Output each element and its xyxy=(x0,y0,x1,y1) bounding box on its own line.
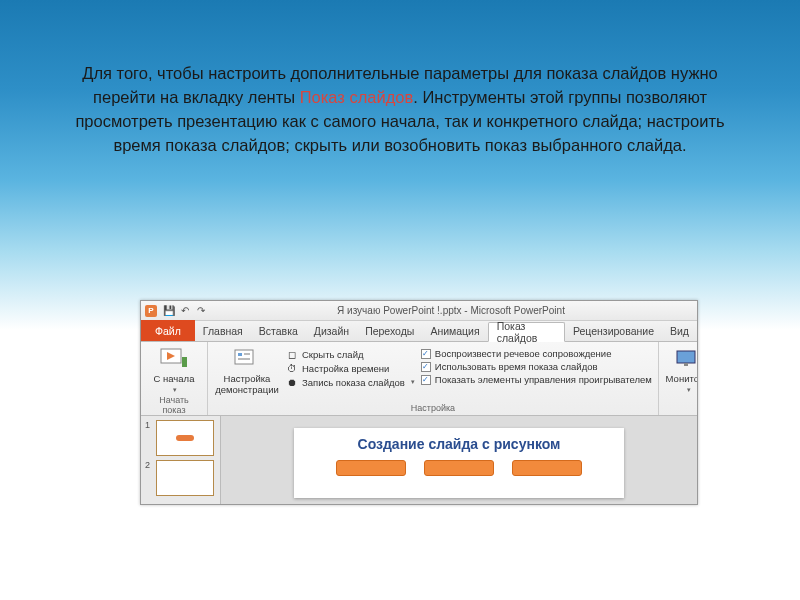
chevron-down-icon: ▾ xyxy=(411,378,415,386)
slide-thumbnail[interactable] xyxy=(156,420,214,456)
setup-small-buttons: ◻ Скрыть слайд ⏱ Настройка времени ⏺ Зап… xyxy=(286,345,415,388)
slide-thumbnail[interactable] xyxy=(156,460,214,496)
setup-checkboxes: ✓ Воспроизвести речевое сопровождение ✓ … xyxy=(421,345,652,385)
tab-transitions[interactable]: Переходы xyxy=(357,321,422,341)
powerpoint-screenshot: P 💾 ↶ ↷ Я изучаю PowerPoint !.pptx - Mic… xyxy=(140,300,698,505)
svg-rect-2 xyxy=(182,357,187,367)
powerpoint-icon: P xyxy=(145,305,157,317)
slide-preview-boxes xyxy=(336,460,582,476)
window-title: Я изучаю PowerPoint !.pptx - Microsoft P… xyxy=(209,305,693,316)
from-beginning-button[interactable]: С начала ▾ xyxy=(147,345,201,394)
chevron-down-icon: ▾ xyxy=(173,386,177,394)
chevron-down-icon: ▾ xyxy=(687,386,691,394)
hide-slide-icon: ◻ xyxy=(286,348,298,360)
svg-rect-4 xyxy=(238,353,242,356)
tab-file[interactable]: Файл xyxy=(141,320,195,341)
slide-thumbnails-panel: 1 2 xyxy=(141,416,221,505)
group-setup: Настройка демонстрации ◻ Скрыть слайд ⏱ … xyxy=(208,342,659,415)
play-narrations-checkbox[interactable]: ✓ Воспроизвести речевое сопровождение xyxy=(421,348,652,359)
monitor-icon xyxy=(674,347,698,371)
checkbox-icon: ✓ xyxy=(421,349,431,359)
text-highlight: Показ слайдов xyxy=(300,88,414,106)
group-start: С начала ▾ Начать показ слайдов xyxy=(141,342,208,415)
tab-view[interactable]: Вид xyxy=(662,321,697,341)
svg-rect-8 xyxy=(684,363,688,366)
svg-rect-6 xyxy=(238,358,250,360)
save-icon[interactable]: 💾 xyxy=(163,305,175,317)
play-narrations-label: Воспроизвести речевое сопровождение xyxy=(435,348,612,359)
clock-icon: ⏱ xyxy=(286,362,298,374)
ribbon: С начала ▾ Начать показ слайдов Настройк… xyxy=(141,342,697,416)
show-media-controls-label: Показать элементы управления проигрывате… xyxy=(435,374,652,385)
monitors-button[interactable]: Мониторы ▾ xyxy=(663,345,698,394)
title-bar: P 💾 ↶ ↷ Я изучаю PowerPoint !.pptx - Mic… xyxy=(141,301,697,321)
orange-box-icon xyxy=(512,460,582,476)
thumb-number: 1 xyxy=(145,420,153,430)
record-slideshow-label: Запись показа слайдов xyxy=(302,377,405,388)
use-timings-checkbox[interactable]: ✓ Использовать время показа слайдов xyxy=(421,361,652,372)
tab-review[interactable]: Рецензирование xyxy=(565,321,662,341)
checkbox-icon: ✓ xyxy=(421,375,431,385)
setup-slideshow-button[interactable]: Настройка демонстрации xyxy=(214,345,280,395)
group-monitors-label xyxy=(665,402,698,415)
orange-box-icon xyxy=(336,460,406,476)
tab-slideshow[interactable]: Показ слайдов xyxy=(488,322,565,342)
ribbon-tabs: Файл Главная Вставка Дизайн Переходы Ани… xyxy=(141,321,697,342)
svg-rect-7 xyxy=(677,351,695,363)
group-monitors: Мониторы ▾ xyxy=(659,342,698,415)
slide-body-text: Для того, чтобы настроить дополнительные… xyxy=(65,62,735,158)
rehearse-timings-label: Настройка времени xyxy=(302,363,389,374)
use-timings-label: Использовать время показа слайдов xyxy=(435,361,598,372)
setup-slideshow-label: Настройка демонстрации xyxy=(214,373,280,395)
rehearse-timings-button[interactable]: ⏱ Настройка времени xyxy=(286,362,415,374)
svg-rect-5 xyxy=(244,353,250,355)
show-media-controls-checkbox[interactable]: ✓ Показать элементы управления проигрыва… xyxy=(421,374,652,385)
checkbox-icon: ✓ xyxy=(421,362,431,372)
slide-canvas: Создание слайда с рисунком xyxy=(221,416,697,505)
thumb-content-icon xyxy=(176,435,194,441)
record-icon: ⏺ xyxy=(286,376,298,388)
group-setup-label: Настройка xyxy=(214,402,652,415)
setup-icon xyxy=(233,347,261,371)
slide-preview[interactable]: Создание слайда с рисунком xyxy=(294,428,624,498)
from-beginning-label: С начала xyxy=(154,373,195,384)
undo-icon[interactable]: ↶ xyxy=(179,305,191,317)
tab-insert[interactable]: Вставка xyxy=(251,321,306,341)
hide-slide-button[interactable]: ◻ Скрыть слайд xyxy=(286,348,415,360)
tab-animation[interactable]: Анимация xyxy=(422,321,487,341)
redo-icon[interactable]: ↷ xyxy=(195,305,207,317)
svg-rect-3 xyxy=(235,350,253,364)
tab-home[interactable]: Главная xyxy=(195,321,251,341)
work-area: 1 2 Создание слайда с рисунком xyxy=(141,416,697,505)
monitors-label: Мониторы xyxy=(666,373,698,384)
slide-preview-title: Создание слайда с рисунком xyxy=(358,436,561,452)
tab-design[interactable]: Дизайн xyxy=(306,321,357,341)
hide-slide-label: Скрыть слайд xyxy=(302,349,364,360)
record-slideshow-button[interactable]: ⏺ Запись показа слайдов ▾ xyxy=(286,376,415,388)
presentation-icon xyxy=(160,347,188,371)
orange-box-icon xyxy=(424,460,494,476)
thumb-number: 2 xyxy=(145,460,153,470)
